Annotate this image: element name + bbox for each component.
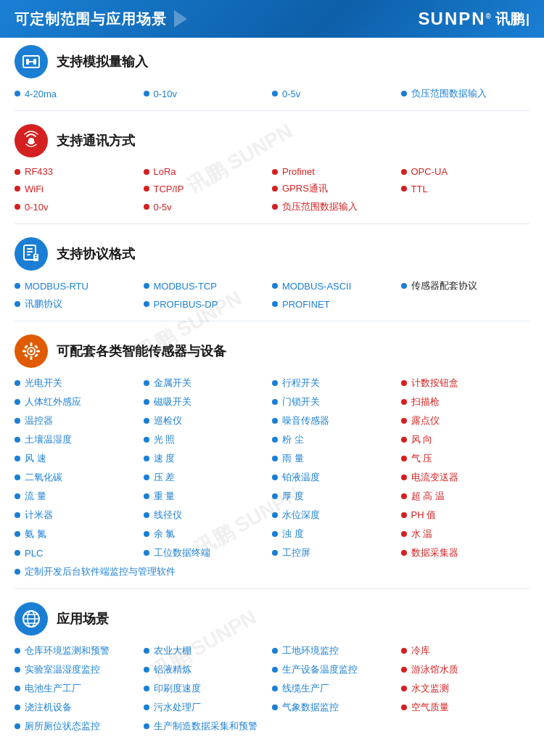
bullet-dot <box>272 456 278 461</box>
bullet-dot <box>272 301 278 307</box>
item-text: 0-5v <box>154 202 172 213</box>
list-item: PROFINET <box>272 296 401 312</box>
bullet-dot <box>401 399 407 405</box>
section-analog-title: 支持模拟量输入 <box>57 53 148 70</box>
list-item: TTL <box>401 181 530 197</box>
bullet-dot <box>144 399 149 405</box>
section-protocol-title: 支持协议格式 <box>57 245 135 263</box>
bullet-dot <box>15 550 20 556</box>
item-text: 风 速 <box>25 452 46 465</box>
svg-rect-6 <box>27 248 33 250</box>
item-text: 铂液温度 <box>282 471 320 484</box>
item-text: 气 压 <box>411 452 433 465</box>
icon-analog <box>15 45 48 78</box>
bullet-dot <box>144 418 149 424</box>
bullet-dot <box>144 380 149 386</box>
list-item: 风 向 <box>401 432 530 448</box>
header-arrow-icon <box>174 10 187 28</box>
section-sensors: 可配套各类智能传感器与设备 光电开关 金属开关 行程开关 计数按钮盒 人体红外感… <box>15 334 529 589</box>
item-text: 露点仪 <box>411 414 440 427</box>
list-item: 0-10v <box>15 199 144 215</box>
bullet-dot <box>401 704 407 710</box>
bullet-dot <box>401 531 407 537</box>
item-text: 水文监测 <box>411 682 449 695</box>
bullet-dot <box>401 667 407 673</box>
section-protocol-header: 支持协议格式 <box>15 237 529 271</box>
list-item: 电池生产工厂 <box>15 681 144 697</box>
list-item: OPC-UA <box>401 165 530 178</box>
svg-rect-2 <box>33 59 36 65</box>
bullet-dot <box>401 186 407 192</box>
item-text: 数据采集器 <box>411 546 458 559</box>
bullet-dot <box>144 91 149 96</box>
bullet-dot <box>401 169 407 175</box>
page-title: 可定制范围与应用场景 <box>15 9 167 29</box>
bullet-dot <box>272 550 278 556</box>
item-text: 门锁开关 <box>282 395 320 408</box>
bullet-dot <box>15 569 20 575</box>
bullet-dot <box>272 704 278 710</box>
svg-rect-14 <box>30 342 33 346</box>
item-text: 浊 度 <box>282 527 304 541</box>
item-text: 污水处理厂 <box>154 701 201 714</box>
item-text: 雨 量 <box>282 452 304 465</box>
bullet-dot <box>272 204 278 210</box>
svg-rect-7 <box>27 251 33 252</box>
list-item: MODBUS-RTU <box>15 278 144 294</box>
item-text: 计米器 <box>25 509 53 522</box>
analog-items: 4-20ma 0-10v 0-5v 负压范围数据输入 <box>15 86 529 102</box>
list-item: 温控器 <box>15 413 144 429</box>
list-item: 金属开关 <box>144 375 273 391</box>
item-text: TCP/IP <box>154 184 184 194</box>
item-text: 工地环境监控 <box>282 644 339 657</box>
item-text: PH 值 <box>411 509 437 522</box>
comm-items: RF433 LoRa Profinet OPC-UA WiFi TCP/IP G… <box>15 165 529 215</box>
logo-text: SUNPN® <box>419 9 493 29</box>
section-comm-title: 支持通讯方式 <box>57 132 135 149</box>
item-text: 人体红外感应 <box>25 395 81 408</box>
list-item: WiFi <box>15 181 144 197</box>
list-item: 噪音传感器 <box>272 413 401 429</box>
list-item: 余 氯 <box>144 526 273 542</box>
list-item: 工地环境监控 <box>272 643 401 659</box>
bullet-dot <box>401 91 407 96</box>
bullet-dot <box>15 474 20 480</box>
bullet-dot <box>144 667 149 673</box>
section-sensors-title: 可配套各类智能传感器与设备 <box>57 342 226 360</box>
list-item: 行程开关 <box>272 375 401 391</box>
list-item: 压 差 <box>144 469 273 485</box>
item-text: 4-20ma <box>25 89 57 99</box>
item-text: MODBUS-RTU <box>25 281 88 292</box>
item-text: 讯鹏协议 <box>25 297 62 311</box>
list-item: 人体红外感应 <box>15 394 144 410</box>
bullet-dot <box>15 437 20 443</box>
section-analog-header: 支持模拟量输入 <box>15 45 529 78</box>
bullet-dot <box>144 186 149 192</box>
bullet-dot <box>144 686 149 691</box>
bullet-dot <box>272 380 278 386</box>
item-text: 土壤温湿度 <box>25 433 72 446</box>
list-item: 线径仪 <box>144 507 273 523</box>
bullet-dot <box>272 91 278 96</box>
bullet-dot <box>144 283 149 289</box>
item-text: 负压范围数据输入 <box>282 200 358 213</box>
list-item: 农业大棚 <box>144 643 273 659</box>
bullet-dot <box>272 283 278 289</box>
list-item: 扫描枪 <box>401 394 530 410</box>
item-text: 巡检仪 <box>154 414 182 427</box>
svg-rect-19 <box>34 345 38 349</box>
item-text: LoRa <box>154 166 176 177</box>
bullet-dot <box>15 512 20 518</box>
list-item <box>401 296 530 312</box>
bullet-dot <box>15 301 20 307</box>
page-header: 可定制范围与应用场景 SUNPN® 讯鹏 | <box>0 0 544 38</box>
list-item: 光 照 <box>144 432 273 448</box>
item-text: 游泳馆水质 <box>411 663 458 676</box>
bullet-dot <box>401 456 407 461</box>
bullet-dot <box>401 493 407 499</box>
item-text: MODBUS-ASCII <box>282 281 351 292</box>
item-text: MODBUS-TCP <box>154 281 217 292</box>
bullet-dot <box>401 418 407 424</box>
item-text: 定制开发后台软件端监控与管理软件 <box>25 565 176 578</box>
item-text: 光 照 <box>154 433 176 446</box>
